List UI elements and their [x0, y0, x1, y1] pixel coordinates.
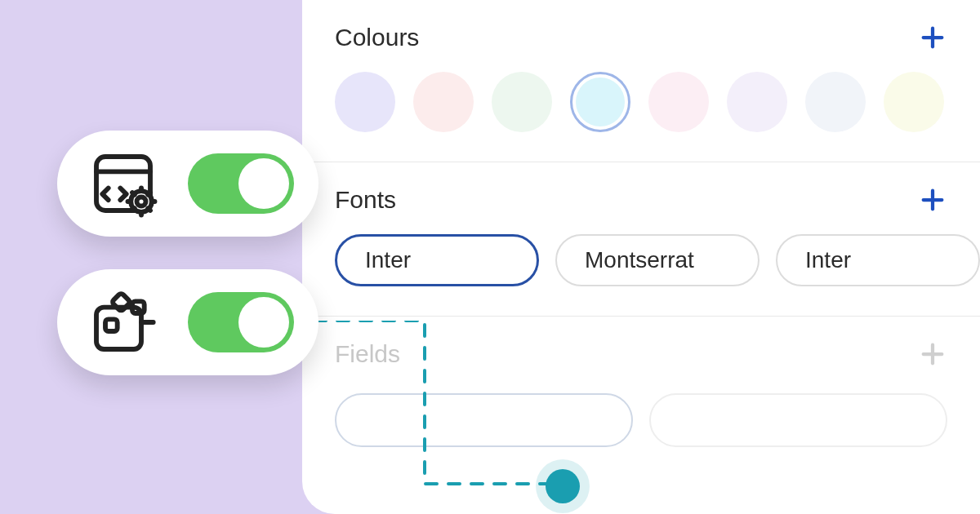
toggle-card-components	[57, 269, 318, 375]
font-pill[interactable]: Montserrat	[555, 234, 760, 286]
toggle-components[interactable]	[188, 292, 294, 352]
font-pill-selected[interactable]: Inter	[335, 234, 539, 286]
svg-rect-22	[105, 319, 118, 331]
toggle-card-code-settings	[57, 131, 318, 237]
section-colours: Colours	[302, 0, 980, 162]
field-pill[interactable]	[335, 393, 633, 447]
font-pill[interactable]: Inter	[776, 234, 980, 286]
svg-line-17	[148, 193, 150, 195]
section-fonts: Fonts Inter Montserrat Inter	[302, 162, 980, 317]
colour-swatch[interactable]	[884, 72, 944, 132]
font-label: Montserrat	[585, 247, 694, 273]
design-system-panel: Colours Fonts Inter Montserrat	[302, 0, 980, 514]
svg-line-15	[148, 208, 150, 210]
svg-line-16	[132, 208, 135, 210]
colour-swatch[interactable]	[335, 72, 395, 132]
font-row: Inter Montserrat Inter	[335, 234, 947, 316]
add-colour-button[interactable]	[918, 23, 947, 52]
toggle-code-settings[interactable]	[188, 153, 294, 214]
svg-line-14	[132, 193, 135, 195]
section-fields: Fields	[302, 317, 980, 447]
plus-icon	[919, 24, 947, 51]
add-field-button[interactable]	[918, 339, 947, 369]
toggle-knob	[238, 297, 289, 348]
fields-title: Fields	[335, 340, 400, 368]
components-icon	[87, 286, 160, 359]
connector-endpoint-dot	[546, 469, 580, 503]
toggle-knob	[238, 158, 289, 209]
fields-row	[335, 388, 947, 447]
add-font-button[interactable]	[918, 185, 947, 215]
colour-swatch[interactable]	[805, 72, 866, 132]
fonts-title: Fonts	[335, 186, 396, 214]
colour-swatch-selected[interactable]	[570, 72, 630, 132]
colour-swatch[interactable]	[492, 72, 552, 132]
colour-swatch[interactable]	[648, 72, 709, 132]
field-pill[interactable]	[649, 393, 947, 447]
font-label: Inter	[805, 247, 851, 273]
code-settings-icon	[87, 147, 160, 220]
colour-swatch-row	[335, 72, 947, 162]
colour-swatch[interactable]	[727, 72, 787, 132]
colours-title: Colours	[335, 24, 419, 51]
font-label: Inter	[365, 247, 411, 273]
plus-icon	[919, 186, 947, 214]
plus-icon	[919, 340, 947, 368]
colour-swatch[interactable]	[413, 72, 474, 132]
